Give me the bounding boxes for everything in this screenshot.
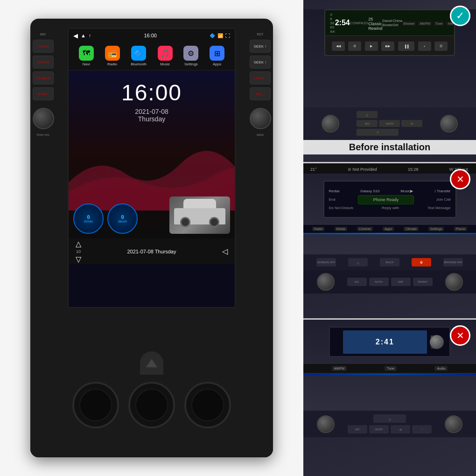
- bot-amfm-btn[interactable]: AM/FM: [332, 366, 347, 371]
- rbtn5[interactable]: +: [418, 42, 431, 51]
- tab-phone[interactable]: Phone: [454, 227, 467, 231]
- mid-up-btn[interactable]: △: [348, 258, 368, 266]
- off-btn[interactable]: OFF: [391, 278, 411, 286]
- bot-old-knob[interactable]: [430, 335, 444, 349]
- btn-cd-back[interactable]: CD BACK: [33, 71, 54, 84]
- rbtn4[interactable]: ▶▶: [381, 42, 394, 51]
- bot-off[interactable]: ⊘: [391, 425, 410, 434]
- left-panel: MIC ♪ MUSIC DRIVER CD BACK ♦ NAVI POW VO…: [0, 0, 303, 476]
- browse-fav-btn[interactable]: BROWSE FAV: [443, 258, 463, 266]
- modern-radio: Redial Galaxy S10 Music▶ ↕ Transfer End …: [323, 181, 456, 218]
- navi-icon: 🗺: [79, 46, 94, 61]
- current-speed-value: 0: [121, 214, 124, 220]
- bot-radio-btn-row: AM/FM Tune Audio: [303, 364, 476, 373]
- bot-knob-left[interactable]: [317, 415, 335, 433]
- app-navi[interactable]: 🗺 Navi: [79, 46, 94, 66]
- tab-media[interactable]: Media: [335, 227, 347, 231]
- tab-settings2[interactable]: Settings: [428, 227, 444, 231]
- tab-radio[interactable]: Radio: [312, 227, 324, 231]
- topbar-time: 16:00: [144, 33, 157, 38]
- back-btn[interactable]: BACK: [380, 258, 399, 266]
- app-icons-row: 🗺 Navi 📻 Radio 🔷 Bluetooth: [69, 42, 235, 70]
- apps-icon: ⊞: [210, 46, 224, 61]
- app-music[interactable]: 🎵 Music: [158, 46, 173, 66]
- home-btn[interactable]: △ 10 ▽: [76, 239, 81, 264]
- bluetooth-label: Bluetooth: [131, 62, 147, 66]
- engine-speed-label: 0r/min: [84, 220, 93, 223]
- btn-music[interactable]: ♪ MUSIC: [33, 40, 54, 53]
- knob-left[interactable]: [33, 108, 54, 129]
- ctrl-btn3[interactable]: AUTO: [379, 120, 400, 127]
- bot-audio-btn[interactable]: Audio: [434, 366, 448, 371]
- rbtn6[interactable]: ☰: [434, 42, 448, 51]
- screen-off-btn[interactable]: SCREEN OFF: [316, 258, 336, 266]
- mid-knob-right[interactable]: [445, 273, 463, 291]
- knob-before-left[interactable]: [322, 115, 339, 133]
- app-radio[interactable]: 📻 Radio: [105, 46, 120, 66]
- end-btn[interactable]: End: [329, 197, 336, 202]
- rst-label: RST: [257, 33, 264, 36]
- front-btn[interactable]: FRONT: [413, 278, 433, 286]
- side-buttons-left: MIC ♪ MUSIC DRIVER CD BACK ♦ NAVI POW VO…: [30, 19, 56, 136]
- bot-up-btn[interactable]: △: [373, 414, 406, 423]
- btn-land[interactable]: LAND ↓: [250, 71, 271, 84]
- btn-driver[interactable]: DRIVER: [33, 56, 54, 69]
- topbar-right: 🔷 📶 ⛶: [210, 33, 230, 38]
- ctrl-btn5[interactable]: ▽: [357, 129, 399, 136]
- mid-ac-btns: A/C AUTO OFF FRONT: [347, 278, 433, 286]
- power-btn[interactable]: ⏻: [412, 258, 431, 266]
- btn-sel-lo[interactable]: SEL ↓: [250, 87, 271, 100]
- gauge-engine: 0 0r/min: [73, 203, 104, 234]
- text-message: Text Message: [427, 206, 450, 210]
- music-label: Music: [160, 62, 170, 66]
- ctrl-btn4[interactable]: ⊘: [401, 120, 422, 127]
- knob-before-right[interactable]: [440, 115, 458, 133]
- knob-right[interactable]: [250, 108, 271, 129]
- auto-btn[interactable]: AUTO: [369, 278, 389, 286]
- unit-top: MIC ♪ MUSIC DRIVER CD BACK ♦ NAVI POW VO…: [30, 19, 273, 322]
- apps-label: Apps: [213, 62, 221, 66]
- gauges-row: 0 0r/min 0 0km/h Engine speed Current sp…: [73, 203, 138, 234]
- back-nav-btn[interactable]: ◁: [222, 247, 228, 256]
- rbtn1[interactable]: ◀◀: [332, 42, 345, 51]
- comparison-before: X 8 38 89 AA 2:54 COMPASS 25 Classic Rew…: [303, 0, 476, 163]
- tab-browse: Browse: [402, 21, 416, 26]
- bot-tune-btn[interactable]: Tune: [385, 366, 397, 371]
- mid-knob-left[interactable]: [317, 273, 335, 291]
- join-btn[interactable]: Join Call: [436, 197, 451, 202]
- mic-label: MIC: [40, 33, 46, 36]
- bot-front[interactable]: ↑: [412, 425, 432, 434]
- back-arrow-icon[interactable]: ◀: [73, 32, 78, 39]
- comparison-middle: 21° ⊘ Not Provided 15:28 W 22° out. Redi…: [303, 163, 476, 320]
- rbtn3[interactable]: ▶: [365, 42, 378, 51]
- bot-knob-right[interactable]: [445, 415, 462, 433]
- btn-navi[interactable]: ♦ NAVI: [33, 87, 54, 100]
- btn-seek-up[interactable]: SEEK ↑: [250, 40, 271, 53]
- app-bluetooth[interactable]: 🔷 Bluetooth: [131, 46, 147, 66]
- rbtn-vol[interactable]: ▐▐: [398, 42, 414, 51]
- screen[interactable]: ◀ ▲ ↑ 16:00 🔷 📶 ⛶: [68, 28, 236, 308]
- mid-music: Music▶: [400, 189, 413, 193]
- pow-vol-label: POW VOL: [36, 133, 49, 136]
- radio-screen-row1: X 8 38 89 AA 2:54 COMPASS: [330, 13, 368, 34]
- bot-auto[interactable]: AUTO: [369, 425, 389, 434]
- app-apps[interactable]: ⊞ Apps: [210, 46, 224, 66]
- tab-climate[interactable]: Climate: [404, 227, 419, 231]
- bot-ac[interactable]: A/C: [348, 425, 367, 434]
- tab-controls[interactable]: Controls: [357, 227, 373, 231]
- app-settings[interactable]: ⚙ Settings: [183, 46, 198, 66]
- ac-btn[interactable]: A/C: [347, 278, 367, 286]
- before-label: Before installation: [303, 140, 476, 154]
- tab-amfm: AM/FM: [418, 21, 432, 26]
- rbtn2[interactable]: ⚙: [348, 42, 361, 51]
- mid-tabs-row: Radio Media Controls Apps Climate Settin…: [303, 225, 476, 233]
- volume-display: 10: [76, 249, 81, 254]
- blue-line: [303, 233, 476, 234]
- signal-icon: ↑: [89, 33, 91, 38]
- up-icon: ▲: [81, 33, 86, 38]
- ctrl-btn1[interactable]: △: [357, 111, 378, 118]
- tab-apps[interactable]: Apps: [383, 227, 394, 231]
- ctrl-btn2[interactable]: A/C: [357, 120, 378, 127]
- car-silhouette: [172, 201, 228, 229]
- btn-seek-up2[interactable]: SEEK ↑: [250, 56, 271, 69]
